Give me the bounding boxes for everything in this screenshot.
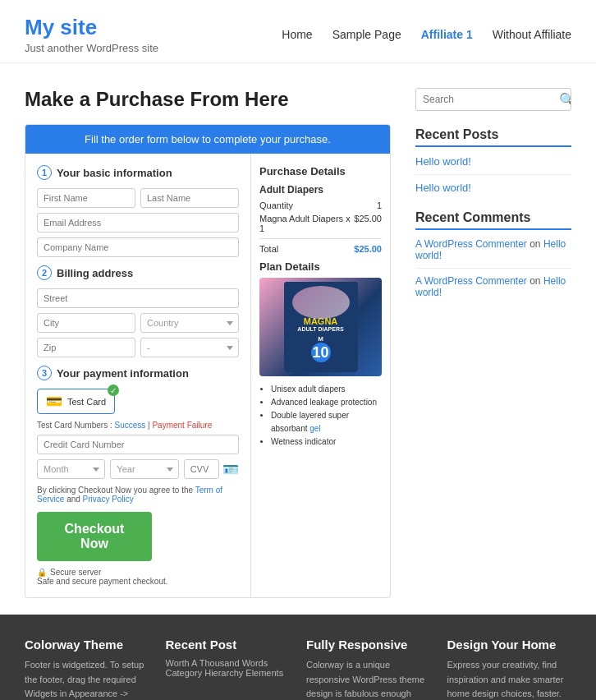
- section2-title: 2 Billing address: [37, 265, 239, 280]
- total-label: Total: [259, 244, 278, 254]
- country-select[interactable]: Country: [140, 313, 239, 333]
- city-country-row: Country: [37, 313, 239, 333]
- main-nav: Home Sample Page Affiliate 1 Without Aff…: [282, 28, 571, 41]
- product-sub-label: ADULT DIAPERS: [297, 326, 343, 332]
- widget-title-3: Design Your Home: [447, 638, 572, 652]
- terms-text: By clicking Checkout Now you agree to th…: [37, 486, 239, 504]
- comment-0: A WordPress Commenter on Hello world!: [415, 238, 571, 261]
- content-area: Make a Purchase From Here Fill the order…: [25, 88, 391, 598]
- search-input[interactable]: [416, 89, 552, 110]
- widget-text-0: Footer is widgetized. To setup the foote…: [25, 658, 149, 700]
- card-number-input[interactable]: [37, 435, 239, 454]
- card-icon: 💳: [46, 394, 62, 409]
- comment-1: A WordPress Commenter on Hello world!: [415, 275, 571, 298]
- cvv-icon: 🪪: [222, 462, 239, 477]
- checkout-button[interactable]: Checkout Now: [37, 512, 152, 561]
- nav-home[interactable]: Home: [282, 28, 312, 41]
- site-info: My site Just another WordPress site: [25, 15, 158, 54]
- section3-title: 3 Your payment information: [37, 366, 239, 380]
- payment-method[interactable]: 💳 Test Card ✓: [37, 389, 115, 414]
- sidebar: 🔍 Recent Posts Hello world! Hello world!…: [415, 88, 571, 598]
- feature-1: Unisex adult diapers: [271, 383, 382, 396]
- privacy-link[interactable]: Privacy Policy: [83, 495, 134, 504]
- comment-author-0[interactable]: A WordPress Commenter: [415, 238, 527, 250]
- purchase-details-title: Purchase Details: [259, 165, 382, 177]
- comments-divider: [415, 268, 571, 269]
- company-row: [37, 237, 239, 257]
- month-select[interactable]: Month: [37, 459, 105, 479]
- company-input[interactable]: [37, 237, 239, 257]
- search-box: 🔍: [415, 88, 571, 111]
- search-icon: 🔍: [559, 93, 571, 107]
- quantity-row: Quantity 1: [259, 200, 382, 210]
- product-name: Adult Diapers: [259, 184, 382, 196]
- widget-title-0: Colorway Theme: [25, 638, 149, 652]
- total-price: $25.00: [354, 244, 382, 254]
- failure-link[interactable]: Payment Failure: [152, 421, 212, 430]
- zip-select[interactable]: -: [140, 338, 239, 357]
- city-input[interactable]: [37, 313, 135, 333]
- nav-without-affiliate[interactable]: Without Affiliate: [493, 28, 571, 41]
- lock-icon: 🔒: [37, 568, 47, 577]
- plan-details-title: Plan Details: [259, 260, 382, 273]
- header: My site Just another WordPress site Home…: [0, 0, 596, 63]
- payment-label: Test Card: [67, 397, 106, 407]
- purchase-card: Fill the order form below to complete yo…: [25, 124, 391, 598]
- success-link[interactable]: Success: [114, 421, 145, 430]
- nav-sample-page[interactable]: Sample Page: [332, 28, 401, 41]
- year-select[interactable]: Year: [110, 459, 178, 479]
- secure-row: 🔒 Secure server: [37, 568, 239, 577]
- last-name-input[interactable]: [140, 188, 239, 208]
- product-features: Unisex adult diapers Advanced leakage pr…: [259, 383, 382, 449]
- item-row: Magna Adult Diapers x 1 $25.00: [259, 214, 382, 233]
- footer-widget-1: Recent Post Worth A Thousand Words Categ…: [166, 638, 291, 700]
- zip-input[interactable]: [37, 338, 135, 357]
- email-input[interactable]: [37, 213, 239, 233]
- widget-link-1-0[interactable]: Worth A Thousand Words: [166, 658, 291, 668]
- month-row: Month Year 🪪: [37, 459, 239, 479]
- recent-post-1[interactable]: Hello world!: [415, 182, 571, 194]
- product-image: MAGNA ADULT DIAPERS M 10: [259, 278, 382, 376]
- site-tagline: Just another WordPress site: [25, 42, 158, 54]
- posts-divider: [415, 174, 571, 175]
- form-section: 1 Your basic information: [25, 154, 250, 597]
- widget-title-1: Recent Post: [166, 638, 291, 652]
- recent-comments-section: Recent Comments A WordPress Commenter on…: [415, 210, 571, 298]
- search-button[interactable]: 🔍: [552, 89, 571, 110]
- quantity-value: 1: [377, 200, 382, 210]
- purchase-details-panel: Purchase Details Adult Diapers Quantity …: [250, 154, 390, 597]
- widget-link-1-1[interactable]: Category Hierarchy Elements: [166, 668, 291, 678]
- safe-text: Safe and secure payment checkout.: [37, 577, 239, 586]
- item-price: $25.00: [354, 214, 382, 233]
- cvv-wrap: 🪪: [184, 459, 239, 479]
- section1-title: 1 Your basic information: [37, 165, 239, 180]
- check-icon: ✓: [108, 385, 119, 396]
- main-content: Make a Purchase From Here Fill the order…: [0, 63, 596, 615]
- footer-widget-3: Design Your Home Express your creativity…: [447, 638, 572, 700]
- widget-text-2: Colorway is a unique responsive WordPres…: [306, 658, 431, 700]
- comment-author-1[interactable]: A WordPress Commenter: [415, 275, 527, 287]
- email-row: [37, 213, 239, 233]
- section1-num: 1: [37, 165, 52, 180]
- recent-post-0[interactable]: Hello world!: [415, 155, 571, 168]
- card-number-row: [37, 435, 239, 454]
- feature-4: Wetness indicator: [271, 435, 382, 449]
- cvv-input[interactable]: [184, 459, 219, 479]
- widget-text-3: Express your creativity, find inspiratio…: [447, 658, 572, 700]
- section2-num: 2: [37, 265, 52, 280]
- price-divider: [259, 238, 382, 239]
- recent-posts-section: Recent Posts Hello world! Hello world!: [415, 127, 571, 194]
- page-title: Make a Purchase From Here: [25, 88, 391, 111]
- street-input[interactable]: [37, 288, 239, 308]
- product-image-inner: MAGNA ADULT DIAPERS M 10: [284, 282, 358, 372]
- feature-3: Double layered super absorbant gel: [271, 409, 382, 435]
- street-row: [37, 288, 239, 308]
- quantity-label: Quantity: [259, 200, 293, 210]
- card-body: 1 Your basic information: [25, 154, 390, 597]
- first-name-input[interactable]: [37, 188, 135, 208]
- recent-posts-title: Recent Posts: [415, 127, 571, 147]
- footer-widget-2: Fully Responsive Colorway is a unique re…: [306, 638, 431, 700]
- recent-comments-title: Recent Comments: [415, 210, 571, 230]
- card-header: Fill the order form below to complete yo…: [25, 125, 390, 154]
- nav-affiliate1[interactable]: Affiliate 1: [421, 28, 473, 41]
